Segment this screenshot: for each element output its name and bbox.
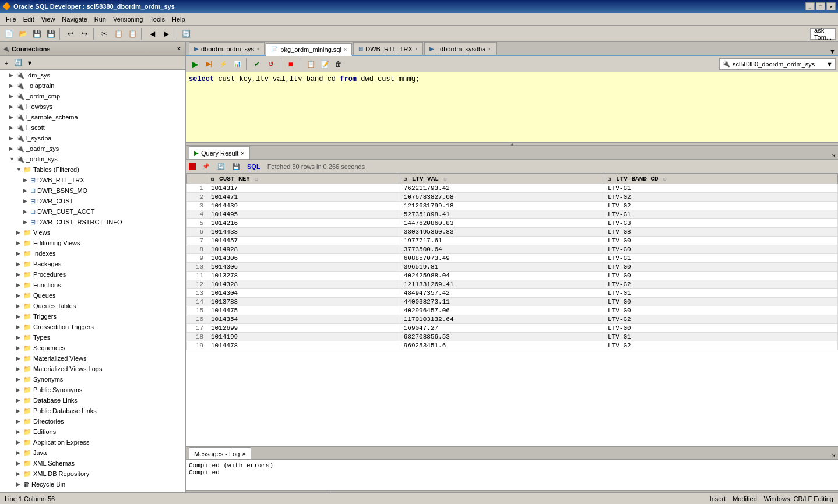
menu-run[interactable]: Run [91,15,110,24]
format-sql-button[interactable]: 📝 [318,58,331,71]
tree-table-dwr-cust-rstrct[interactable]: ▶ ⊞ DWR_CUST_RSTRCT_INFO [0,217,185,227]
maximize-button[interactable]: □ [816,2,825,10]
tree-table-dwr-bsns-mo[interactable]: ▶ ⊞ DWR_BSNS_MO [0,185,185,196]
connection-dropdown[interactable]: 🔌 scl58380_dbordm_ordm_sys ▼ [719,58,836,70]
run-script-button[interactable]: ▶| [203,58,216,71]
run-statement-button[interactable]: ▶ [189,58,202,71]
clear-button[interactable]: 🗑 [332,58,345,71]
tree-database-links[interactable]: ▶ 📁 Database Links [0,395,185,406]
conn-item-dm-sys[interactable]: ▶ 🔌 :dm_sys [0,70,185,80]
tab-close-button[interactable]: × [256,46,259,52]
tree-public-database-links[interactable]: ▶ 📁 Public Database Links [0,406,185,416]
undo-button[interactable]: ↩ [64,27,77,40]
menu-navigate[interactable]: Navigate [58,15,90,24]
tree-views[interactable]: ▶ 📁 Views [0,227,185,238]
result-tab-query-result[interactable]: ▶ Query Result × [189,146,250,159]
conn-item-ordm-cmp[interactable]: ▶ 🔌 _ordm_cmp [0,91,185,101]
tree-tables-filtered[interactable]: ▼ 📁 Tables (Filtered) [0,164,185,175]
tree-editioning-views[interactable]: ▶ 📁 Editioning Views [0,238,185,248]
save-button[interactable]: 💾 [30,27,43,40]
result-tab-close-button[interactable]: × [241,150,244,157]
tab-close-button[interactable]: × [488,46,491,52]
close-button[interactable]: × [826,2,836,10]
back-button[interactable]: ◀ [146,27,159,40]
tree-java[interactable]: ▶ 📁 Java [0,447,185,458]
refresh-button[interactable]: 🔄 [179,27,192,40]
copy-button[interactable]: 📋 [112,27,125,40]
freeze-button[interactable]: 📌 [199,160,212,173]
conn-item-olaptrain[interactable]: ▶ 🔌 _olaptrain [0,80,185,91]
filter-connections-button[interactable]: ▼ [24,58,35,68]
refresh-connections-button[interactable]: 🔄 [13,58,23,68]
result-panel-close[interactable]: × [830,152,838,159]
tab-pkg-ordm-mining[interactable]: 📄 pkg_ordm_mining.sql × [266,43,352,56]
tree-table-dwb-rtl-trx[interactable]: ▶ ⊞ DWB_RTL_TRX [0,175,185,185]
messages-tab-close[interactable]: × [242,450,245,457]
tree-sequences[interactable]: ▶ 📁 Sequences [0,343,185,353]
tree-table-dwr-cust[interactable]: ▶ ⊞ DWR_CUST [0,196,185,206]
forward-button[interactable]: ▶ [160,27,172,40]
tree-crossedition-triggers[interactable]: ▶ 📁 Crossedition Triggers [0,322,185,332]
tree-types[interactable]: ▶ 📁 Types [0,332,185,343]
paste-button[interactable]: 📋 [126,27,139,40]
tree-materialized-views[interactable]: ▶ 📁 Materialized Views [0,353,185,364]
menu-help[interactable]: Help [168,15,189,24]
menu-file[interactable]: File [2,15,20,24]
tree-synonyms[interactable]: ▶ 📁 Synonyms [0,374,185,385]
conn-item-scott[interactable]: ▶ 🔌 l_scott [0,122,185,133]
col-header-cust-key[interactable]: ⊡ CUST_KEY ⊡ [207,174,400,184]
ask-textbox[interactable]: askTom... [810,28,836,40]
cancel-button[interactable]: ■ [284,58,297,71]
tab-dbordm-ordm-sys[interactable]: ▶ dbordm_ordm_sys × [189,42,265,55]
tab-dwb-rtl-trx[interactable]: ⊞ DWB_RTL_TRX × [353,42,423,55]
tab-dbordm-sysdba[interactable]: ▶ _dbordm_sysdba × [424,42,497,55]
menu-versioning[interactable]: Versioning [110,15,146,24]
tree-procedures[interactable]: ▶ 📁 Procedures [0,269,185,280]
tree-editions[interactable]: ▶ 📁 Editions [0,427,185,437]
tree-queues-tables[interactable]: ▶ 📁 Queues Tables [0,301,185,311]
messages-tab[interactable]: Messages - Log × [189,447,251,459]
redo-button[interactable]: ↪ [78,27,91,40]
menu-edit[interactable]: Edit [20,15,38,24]
conn-item-owbsys[interactable]: ▶ 🔌 l_owbsys [0,101,185,112]
tree-triggers[interactable]: ▶ 📁 Triggers [0,311,185,322]
tab-close-button[interactable]: × [415,46,418,52]
tree-xml-schemas[interactable]: ▶ 📁 XML Schemas [0,458,185,468]
col-header-rownum[interactable] [187,174,207,184]
menu-tools[interactable]: Tools [146,15,168,24]
minimize-button[interactable]: _ [805,2,815,10]
col-header-ltv-val[interactable]: ⊡ LTV_VAL ⊡ [400,174,604,184]
tab-close-button[interactable]: × [344,47,347,52]
sql-editor[interactable]: select cust_key,ltv_val,ltv_band_cd from… [186,72,838,142]
tree-materialized-views-logs[interactable]: ▶ 📁 Materialized Views Logs [0,364,185,374]
tab-dropdown[interactable]: ▼ [827,48,838,55]
new-connection-button[interactable]: + [1,58,12,68]
messages-panel-close[interactable]: × [830,452,838,459]
commit-button[interactable]: ✔ [251,58,263,71]
rollback-button[interactable]: ↺ [265,58,277,71]
tree-table-dwr-cust-acct[interactable]: ▶ ⊞ DWR_CUST_ACCT [0,206,185,217]
connections-close-button[interactable]: × [175,45,183,53]
tree-queues[interactable]: ▶ 📁 Queues [0,290,185,301]
tree-directories[interactable]: ▶ 📁 Directories [0,416,185,427]
result-data-table-wrap[interactable]: ⊡ CUST_KEY ⊡ ⊡ LTV_VAL ⊡ ⊡ L [186,174,838,446]
refresh-result-button[interactable]: 🔄 [214,160,227,173]
sql-history-button[interactable]: 📋 [304,58,317,71]
conn-item-ordm-sys[interactable]: ▼ 🔌 _ordm_sys [0,154,185,164]
col-header-ltv-band-cd[interactable]: ⊡ LTV_BAND_CD ⊡ [604,174,838,184]
new-button[interactable]: 📄 [2,27,15,40]
export-button[interactable]: 💾 [230,160,242,173]
conn-item-sysdba[interactable]: ▶ 🔌 l_sysdba [0,133,185,143]
autotrace-button[interactable]: 📊 [231,58,244,71]
menu-view[interactable]: View [38,15,59,24]
tree-functions[interactable]: ▶ 📁 Functions [0,280,185,290]
explain-plan-button[interactable]: ⚡ [217,58,230,71]
save-all-button[interactable]: 💾 [44,27,57,40]
open-button[interactable]: 📂 [16,27,29,40]
sql-link[interactable]: SQL [247,163,260,170]
cut-button[interactable]: ✂ [98,27,111,40]
tree-indexes[interactable]: ▶ 📁 Indexes [0,248,185,259]
tree-recycle-bin[interactable]: ▶ 🗑 Recycle Bin [0,479,185,489]
conn-item-oadm-sys[interactable]: ▶ 🔌 _oadm_sys [0,143,185,154]
tree-xml-db-repository[interactable]: ▶ 📁 XML DB Repository [0,468,185,479]
